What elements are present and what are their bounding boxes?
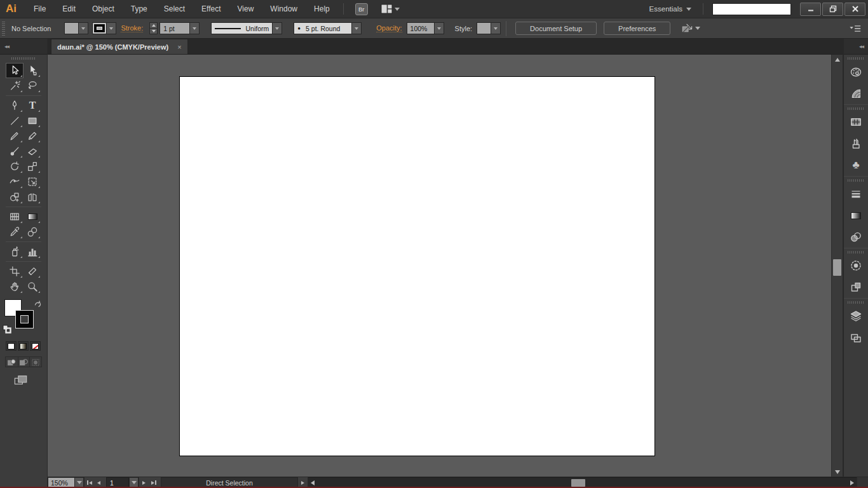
vertical-scrollbar-thumb[interactable] xyxy=(833,259,841,276)
dock-group-grip[interactable] xyxy=(848,107,864,110)
stroke-color-swatch[interactable] xyxy=(93,23,106,34)
default-fill-stroke-icon[interactable] xyxy=(3,325,11,334)
tool-rectangle[interactable] xyxy=(24,113,41,128)
menu-effect[interactable]: Effect xyxy=(193,0,229,18)
fill-color-swatch[interactable] xyxy=(65,23,78,34)
scroll-down-button[interactable] xyxy=(832,467,843,477)
menu-object[interactable]: Object xyxy=(84,0,123,18)
stroke-weight-combo[interactable]: 1 pt xyxy=(159,22,200,34)
color-button[interactable] xyxy=(6,341,17,351)
tool-eraser[interactable] xyxy=(24,144,41,159)
dock-group-grip[interactable] xyxy=(848,57,864,60)
tool-symbol-sprayer[interactable] xyxy=(6,244,24,259)
tool-eyedropper[interactable] xyxy=(6,224,24,240)
preferences-button[interactable]: Preferences xyxy=(604,22,670,35)
fill-color-combo[interactable] xyxy=(64,22,88,34)
control-bar-grip[interactable] xyxy=(2,22,5,36)
tool-pen[interactable] xyxy=(6,98,24,113)
none-button[interactable] xyxy=(30,341,41,351)
minimize-button[interactable] xyxy=(800,3,821,16)
tool-rotate[interactable] xyxy=(6,159,24,174)
panel-stroke-panel-button[interactable] xyxy=(844,183,868,205)
horizontal-scrollbar-thumb[interactable] xyxy=(571,479,585,487)
scroll-up-button[interactable] xyxy=(832,55,843,64)
panel-artboards-panel-button[interactable] xyxy=(844,327,868,348)
document-tab[interactable]: daun.ai* @ 150% (CMYK/Preview) × xyxy=(51,39,188,54)
close-button[interactable] xyxy=(844,3,865,16)
panel-symbols-button[interactable]: ♣ xyxy=(844,154,868,176)
workspace-switcher[interactable]: Essentials xyxy=(643,5,698,13)
document-setup-button[interactable]: Document Setup xyxy=(515,22,597,35)
panel-color-button[interactable] xyxy=(844,61,868,83)
menu-select[interactable]: Select xyxy=(156,0,193,18)
fill-color-dropdown[interactable] xyxy=(78,23,88,34)
stroke-proxy-swatch[interactable] xyxy=(16,311,33,328)
stroke-weight-dropdown[interactable] xyxy=(189,23,199,34)
style-swatch[interactable] xyxy=(477,23,491,34)
brush-dropdown[interactable] xyxy=(351,23,361,34)
vertical-scrollbar[interactable] xyxy=(831,55,843,477)
menu-view[interactable]: View xyxy=(229,0,262,18)
draw-normal-button[interactable] xyxy=(6,357,18,367)
draw-behind-button[interactable] xyxy=(18,357,30,367)
stroke-color-dropdown[interactable] xyxy=(106,23,116,34)
bridge-button[interactable]: Br xyxy=(355,3,368,15)
stroke-panel-link[interactable]: Stroke: xyxy=(121,24,143,32)
tool-selection[interactable] xyxy=(6,63,24,78)
opacity-dropdown[interactable] xyxy=(434,23,444,34)
tool-magic-wand[interactable] xyxy=(6,78,24,93)
dock-group-grip[interactable] xyxy=(848,301,864,304)
tool-column-graph[interactable] xyxy=(24,244,41,259)
collapse-panel-icon[interactable]: ◂◂ xyxy=(4,43,9,50)
tool-width-tool[interactable] xyxy=(6,174,24,189)
panel-swatches-button[interactable] xyxy=(844,111,868,133)
panel-graphic-styles-button[interactable] xyxy=(844,276,868,298)
tool-blob-brush[interactable] xyxy=(6,144,24,159)
tool-free-transform[interactable] xyxy=(24,174,41,189)
panel-brushes-button[interactable] xyxy=(844,133,868,154)
restore-button[interactable] xyxy=(822,3,843,16)
tool-slice[interactable] xyxy=(24,264,41,279)
stroke-color-combo[interactable] xyxy=(92,22,116,34)
tool-shape-builder[interactable] xyxy=(6,189,24,205)
arrange-documents-button[interactable] xyxy=(381,4,400,14)
gradient-button[interactable] xyxy=(18,341,29,351)
artboard[interactable] xyxy=(179,76,655,456)
tools-panel-grip[interactable] xyxy=(11,57,36,60)
tool-pencil[interactable] xyxy=(24,128,41,144)
opacity-combo[interactable]: 100% xyxy=(407,22,444,34)
align-options-button[interactable] xyxy=(681,23,700,34)
panel-menu-button[interactable] xyxy=(849,24,862,33)
tool-mesh[interactable] xyxy=(6,209,24,224)
menu-help[interactable]: Help xyxy=(306,0,338,18)
tool-paintbrush[interactable] xyxy=(6,128,24,144)
menu-type[interactable]: Type xyxy=(123,0,156,18)
tool-perspective-grid[interactable] xyxy=(24,189,41,205)
stroke-weight-stepper[interactable] xyxy=(149,22,158,34)
brush-value[interactable]: ● 5 pt. Round xyxy=(294,23,351,34)
tool-artboard-tool[interactable] xyxy=(6,264,24,279)
width-profile-value[interactable]: Uniform xyxy=(212,23,272,34)
swap-fill-stroke-icon[interactable] xyxy=(34,300,42,308)
tool-zoom[interactable] xyxy=(24,279,41,294)
dock-group-grip[interactable] xyxy=(848,179,864,182)
tool-scale[interactable] xyxy=(24,159,41,174)
style-dropdown[interactable] xyxy=(491,23,500,34)
stepper-up[interactable] xyxy=(150,23,157,29)
brush-combo[interactable]: ● 5 pt. Round xyxy=(294,22,362,34)
tool-type[interactable]: T xyxy=(24,98,41,113)
tool-gradient[interactable] xyxy=(24,209,41,224)
panel-layers-button[interactable] xyxy=(844,305,868,327)
tool-direct-selection[interactable] xyxy=(24,63,41,78)
menu-file[interactable]: File xyxy=(25,0,54,18)
canvas[interactable] xyxy=(48,55,831,477)
dock-group-grip[interactable] xyxy=(848,251,864,254)
search-input[interactable] xyxy=(712,3,791,15)
screen-mode-button[interactable] xyxy=(14,375,31,386)
panel-color-guide-button[interactable] xyxy=(844,83,868,104)
tool-blend[interactable] xyxy=(24,224,41,240)
width-profile-dropdown[interactable] xyxy=(272,23,281,34)
menu-edit[interactable]: Edit xyxy=(54,0,84,18)
width-profile-combo[interactable]: Uniform xyxy=(211,22,282,34)
tab-close-icon[interactable]: × xyxy=(177,43,181,51)
